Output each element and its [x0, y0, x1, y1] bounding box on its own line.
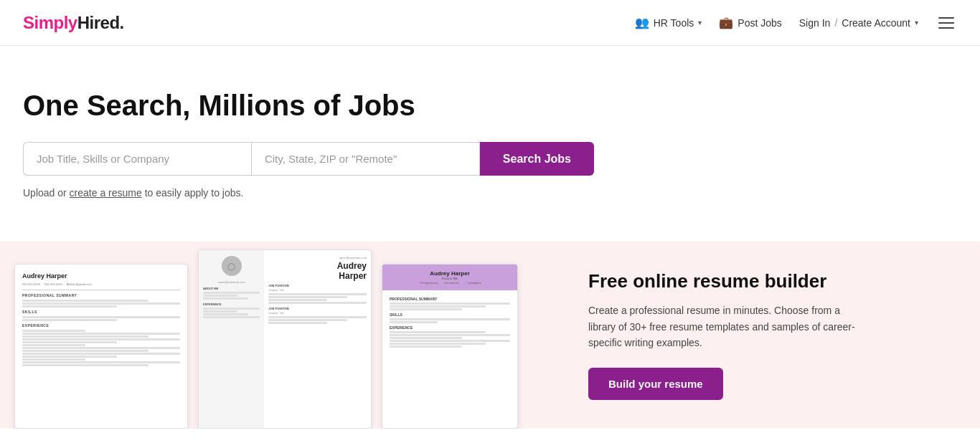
resume-3-subtitle: Position Title — [390, 277, 510, 280]
resume-line — [390, 308, 462, 310]
resume-line — [268, 302, 367, 304]
resume-line — [22, 356, 117, 358]
resume-line — [22, 341, 117, 343]
resume-line — [22, 358, 85, 361]
account-chevron-icon: ▾ — [915, 19, 918, 27]
resume-line — [203, 308, 260, 310]
resume-1-name: Audrey Harper — [22, 272, 180, 281]
hr-tools-icon: 👥 — [635, 16, 649, 29]
resume-line — [390, 305, 486, 308]
resume-line — [22, 347, 180, 349]
resume-line — [390, 334, 510, 336]
resume-line — [390, 343, 486, 345]
hamburger-line-1 — [938, 17, 954, 19]
resume-line — [390, 340, 510, 342]
resume-line — [22, 319, 117, 321]
resume-1-exp-label: Experience — [22, 323, 180, 328]
resume-line — [22, 330, 85, 332]
resume-line — [203, 316, 260, 318]
post-jobs-nav[interactable]: 💼 Post Jobs — [719, 16, 781, 29]
hamburger-line-2 — [938, 22, 954, 24]
resume-line — [390, 345, 462, 348]
resume-preview-1: Audrey Harper 555-555-5555555-555-5555Mr… — [14, 264, 188, 429]
resume-line — [268, 319, 347, 321]
location-input[interactable] — [251, 142, 480, 176]
resume-3-header: Audrey Harper Position Title 📍 hi-mypnon… — [382, 264, 517, 290]
resume-line — [268, 316, 367, 318]
resume-line — [22, 350, 149, 352]
logo-dot: . — [120, 13, 124, 32]
site-logo[interactable]: SimplyHired. — [23, 13, 124, 33]
resume-line — [22, 333, 180, 335]
hamburger-line-3 — [938, 27, 954, 29]
resume-line — [22, 364, 149, 366]
resume-line — [268, 293, 367, 295]
resume-preview-3: Audrey Harper Position Title 📍 hi-mypnon… — [382, 264, 518, 429]
resume-line — [203, 313, 248, 315]
resume-line — [268, 296, 347, 298]
resume-2-right: name@surname.com AudreyHarper Job Positi… — [264, 250, 371, 428]
nav-right: 👥 HR Tools ▾ 💼 Post Jobs Sign In / Creat… — [635, 14, 957, 32]
resume-cta-description: Create a professional resume in minutes.… — [588, 302, 861, 351]
hr-tools-nav[interactable]: 👥 HR Tools ▾ — [635, 16, 702, 29]
hero-title: One Search, Millions of Jobs — [23, 89, 594, 122]
resume-line — [203, 297, 248, 300]
post-jobs-label: Post Jobs — [738, 17, 781, 29]
resume-line — [268, 299, 327, 301]
resume-2-left: ◯ name@surname.com About Me Experience — [199, 250, 264, 428]
create-resume-link[interactable]: create a resume — [70, 187, 142, 199]
resume-line — [22, 361, 180, 363]
resume-2-name: AudreyHarper — [268, 261, 367, 281]
logo-simply: Simply — [23, 13, 77, 32]
resume-1-summary-label: Professional Summary — [22, 293, 180, 298]
resume-line — [390, 318, 510, 320]
build-resume-button[interactable]: Build your resume — [588, 368, 723, 400]
resume-cta-title: Free online resume builder — [588, 270, 951, 292]
hero-subtext-2: to easily apply to jobs. — [145, 187, 244, 199]
resume-line — [22, 335, 149, 338]
resume-line — [22, 305, 117, 308]
resume-3-body: Professional Summary Skills Experience — [382, 290, 517, 353]
resume-2-content: ◯ name@surname.com About Me Experience n… — [199, 250, 371, 428]
hr-tools-chevron-icon: ▾ — [698, 19, 702, 27]
resume-line — [22, 353, 180, 355]
signin-label: Sign In — [799, 17, 831, 29]
hero-section: One Search, Millions of Jobs Search Jobs… — [0, 46, 617, 227]
resume-line — [203, 310, 237, 313]
signin-create-account-nav[interactable]: Sign In / Create Account ▾ — [799, 17, 918, 29]
hero-subtext-1: Upload or — [23, 187, 67, 199]
bottom-section: Audrey Harper 555-555-5555555-555-5555Mr… — [0, 242, 980, 429]
logo-hired: Hired — [77, 13, 120, 32]
resume-line — [22, 300, 149, 302]
resume-cta-section: Free online resume builder Create a prof… — [560, 242, 980, 429]
resume-line — [22, 316, 180, 318]
resume-line — [390, 331, 486, 333]
search-bar: Search Jobs — [23, 142, 594, 176]
resume-line — [203, 295, 237, 297]
resume-line — [268, 322, 327, 324]
resume-line — [22, 302, 180, 305]
job-title-input[interactable] — [23, 142, 251, 176]
resume-line — [22, 344, 85, 346]
resume-line — [203, 292, 260, 294]
post-jobs-icon: 💼 — [719, 16, 733, 29]
hamburger-menu-button[interactable] — [936, 14, 957, 32]
resume-1-contact: 555-555-5555555-555-5555MrEdin@gmail.com — [22, 282, 180, 287]
resume-line — [390, 302, 510, 305]
resume-1-skills-label: Skills — [22, 310, 180, 315]
hr-tools-label: HR Tools — [654, 17, 694, 29]
resume-preview-2: ◯ name@surname.com About Me Experience n… — [198, 249, 372, 429]
search-jobs-button[interactable]: Search Jobs — [480, 142, 594, 176]
resume-line — [390, 321, 438, 323]
hero-subtext: Upload or create a resume to easily appl… — [23, 187, 594, 199]
create-account-label: Create Account — [842, 17, 910, 29]
nav-divider: / — [834, 17, 837, 29]
resume-3-name: Audrey Harper — [390, 270, 510, 277]
resume-line — [390, 337, 462, 339]
resume-previews: Audrey Harper 555-555-5555555-555-5555Mr… — [0, 242, 560, 429]
resume-2-avatar: ◯ — [222, 256, 242, 276]
resume-line — [22, 338, 180, 340]
